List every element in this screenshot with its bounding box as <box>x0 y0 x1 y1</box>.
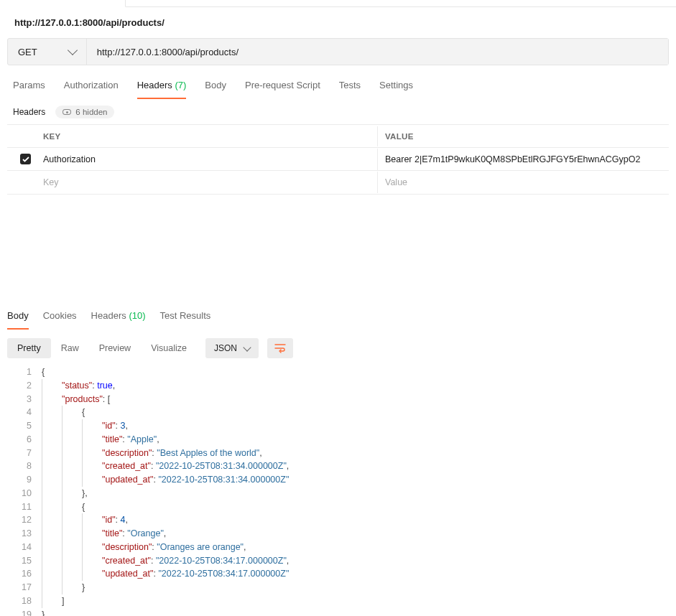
active-request-tab[interactable] <box>0 0 126 7</box>
table-row: Authorization Bearer 2|E7m1tP9wkuK0QM8SP… <box>7 148 669 171</box>
chevron-down-icon <box>68 45 78 55</box>
table-row-new: Key Value <box>7 171 669 194</box>
url-bar: GET <box>7 38 669 65</box>
response-tabs: Body Cookies Headers (10) Test Results <box>7 306 669 330</box>
tab-settings[interactable]: Settings <box>379 75 413 99</box>
tab-params[interactable]: Params <box>13 75 45 99</box>
resp-tab-headers-count: (10) <box>129 310 145 321</box>
view-pretty[interactable]: Pretty <box>7 338 51 358</box>
request-tab-bar <box>0 0 676 7</box>
tab-body[interactable]: Body <box>205 75 226 99</box>
wrap-icon <box>274 343 286 353</box>
request-title: http://127.0.0.1:8000/api/products/ <box>0 7 676 38</box>
hidden-headers-toggle[interactable]: 6 hidden <box>55 106 114 118</box>
method-dropdown[interactable]: GET <box>8 39 87 65</box>
eye-icon <box>62 109 71 115</box>
view-raw[interactable]: Raw <box>51 338 89 358</box>
view-visualize[interactable]: Visualize <box>141 338 197 358</box>
resp-tab-cookies[interactable]: Cookies <box>43 306 77 330</box>
tab-pre-request[interactable]: Pre-request Script <box>245 75 320 99</box>
headers-table: KEY VALUE Authorization Bearer 2|E7m1tP9… <box>7 124 669 195</box>
header-value[interactable]: Bearer 2|E7m1tP9wkuK0QM8SPbEtlRGJFGY5rEh… <box>377 149 669 170</box>
headers-label: Headers <box>13 107 45 117</box>
header-key[interactable]: Authorization <box>36 149 377 170</box>
response-section: Body Cookies Headers (10) Test Results P… <box>0 306 676 616</box>
value-input[interactable]: Value <box>377 172 669 193</box>
resp-tab-test-results[interactable]: Test Results <box>160 306 211 330</box>
tab-headers-label: Headers <box>137 80 172 90</box>
col-key: KEY <box>36 126 377 146</box>
resp-tab-body[interactable]: Body <box>7 306 29 330</box>
tab-authorization[interactable]: Authorization <box>64 75 119 99</box>
method-label: GET <box>18 47 37 57</box>
resp-tab-headers[interactable]: Headers (10) <box>91 306 146 330</box>
tab-tests[interactable]: Tests <box>339 75 361 99</box>
view-mode-row: Pretty Raw Preview Visualize JSON <box>7 338 669 358</box>
response-body-code[interactable]: 1{2"status": true,3"products": [4{5"id":… <box>7 365 669 616</box>
table-header-row: KEY VALUE <box>7 125 669 148</box>
url-input[interactable] <box>87 39 668 65</box>
tab-headers[interactable]: Headers (7) <box>137 75 187 99</box>
format-label: JSON <box>214 343 237 353</box>
format-dropdown[interactable]: JSON <box>205 338 259 358</box>
chevron-down-icon <box>243 343 251 351</box>
tab-headers-count: (7) <box>175 80 186 90</box>
view-preview[interactable]: Preview <box>89 338 141 358</box>
checkbox-checked[interactable] <box>20 154 31 164</box>
resp-tab-headers-label: Headers <box>91 310 126 321</box>
col-value: VALUE <box>377 126 669 146</box>
key-input[interactable]: Key <box>36 172 377 193</box>
request-tabs: Params Authorization Headers (7) Body Pr… <box>0 75 676 100</box>
hidden-count: 6 hidden <box>75 108 107 116</box>
headers-info-bar: Headers 6 hidden <box>0 100 676 124</box>
wrap-lines-button[interactable] <box>267 338 293 358</box>
